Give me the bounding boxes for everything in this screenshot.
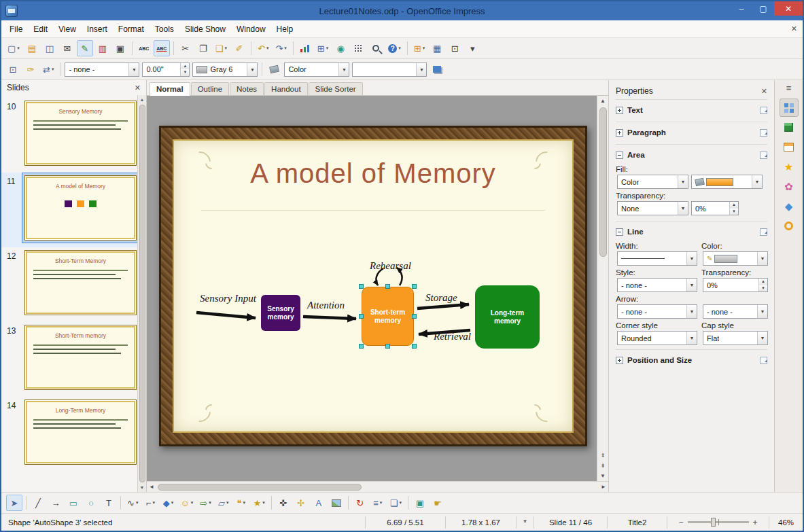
collapse-icon[interactable] <box>616 152 623 159</box>
scroll-down-icon[interactable]: ▼ <box>140 483 145 492</box>
curve-icon[interactable]: ∿ <box>124 495 141 511</box>
dialog-launcher-icon[interactable] <box>760 107 767 114</box>
menu-file[interactable]: File <box>4 22 28 37</box>
label-attention[interactable]: Attention <box>307 300 345 311</box>
stars-icon[interactable]: ★ <box>251 495 268 511</box>
line-color-select[interactable]: ✎ ▼ <box>703 251 768 266</box>
display-grid-icon[interactable] <box>350 40 366 56</box>
arrange-icon[interactable]: ❏ <box>387 495 404 511</box>
tab-slide-sorter[interactable]: Slide Sorter <box>309 82 363 95</box>
selection-handle[interactable] <box>359 314 364 319</box>
edit-points-icon[interactable]: ✜ <box>275 495 292 511</box>
zoom-percent[interactable]: 46% <box>769 516 803 529</box>
close-document-icon[interactable]: ✕ <box>791 24 797 33</box>
cap-style-select[interactable]: Flat ▼ <box>703 331 768 345</box>
line-style-select[interactable]: - none - ▼ <box>65 63 139 77</box>
arrow-start-select[interactable]: - none - ▼ <box>617 304 697 319</box>
area-fill-color-select[interactable]: ▼ <box>691 175 763 189</box>
slide-thumbnail[interactable]: Long-Term Memory <box>24 400 137 465</box>
section-line[interactable]: Line <box>616 224 767 239</box>
transparency-spinner[interactable]: 0% ▲▼ <box>691 201 739 215</box>
slide-thumbnail[interactable]: Short-Term memory <box>24 325 137 390</box>
sidebar-custom-animation-icon[interactable]: ★ <box>780 158 799 176</box>
tab-outline[interactable]: Outline <box>191 82 229 95</box>
menu-tools[interactable]: Tools <box>150 22 179 37</box>
slide-thumbnail[interactable]: Short-Term Memory <box>24 250 137 315</box>
glue-points-icon[interactable]: ✑ <box>22 61 39 77</box>
copy-icon[interactable]: ❐ <box>195 40 211 56</box>
text-icon[interactable]: T <box>101 495 117 511</box>
maximize-button[interactable]: ▢ <box>752 1 774 16</box>
export-pdf-icon[interactable]: ▥ <box>94 40 111 56</box>
slides-scrollbar[interactable]: ▲ ▼ <box>137 95 146 492</box>
label-rehearsal[interactable]: Rehearsal <box>370 260 411 272</box>
collapse-icon[interactable] <box>616 228 623 236</box>
interaction-icon[interactable]: ☛ <box>430 495 446 511</box>
email-icon[interactable]: ✉ <box>59 40 75 56</box>
sidebar-styles-icon[interactable]: ◆ <box>780 197 799 215</box>
slide-thumbnail[interactable]: Sensory Memory <box>24 101 137 166</box>
sidebar-menu-icon[interactable]: ≡ <box>786 82 792 97</box>
slide-design-icon[interactable]: ▦ <box>429 40 445 56</box>
sensory-memory-box[interactable]: Sensory memory <box>261 295 300 331</box>
ellipse-icon[interactable]: ○ <box>83 495 99 511</box>
hyperlink-icon[interactable]: ◉ <box>332 40 349 56</box>
tab-normal[interactable]: Normal <box>150 82 190 96</box>
selection-handle[interactable] <box>385 344 390 349</box>
clone-formatting-icon[interactable]: ✐ <box>231 40 247 56</box>
connector-icon[interactable]: ⌐ <box>142 495 158 511</box>
arrow-end-select[interactable]: - none - ▼ <box>703 304 768 319</box>
minimize-button[interactable]: – <box>731 1 752 16</box>
properties-close-icon[interactable]: ✕ <box>761 87 767 96</box>
selection-handle[interactable] <box>385 284 390 289</box>
expand-icon[interactable] <box>616 107 623 114</box>
edit-file-icon[interactable]: ✎ <box>77 40 93 56</box>
scrollbar-thumb[interactable] <box>599 107 607 257</box>
tab-handout[interactable]: Handout <box>264 82 307 95</box>
horizontal-scrollbar[interactable]: ◄ ► <box>147 481 608 492</box>
expand-icon[interactable] <box>616 129 623 137</box>
slides-panel-close-icon[interactable]: ✕ <box>135 84 141 92</box>
menu-view[interactable]: View <box>53 22 82 37</box>
zoom-in-icon[interactable]: + <box>753 518 758 527</box>
sidebar-gallery-icon[interactable] <box>780 118 799 137</box>
scroll-up-icon[interactable]: ▲ <box>140 95 145 104</box>
shadow-toggle-icon[interactable] <box>429 61 445 77</box>
open-icon[interactable]: ▤ <box>24 40 40 56</box>
arrow-style-icon[interactable]: ⇄ <box>40 61 56 77</box>
spelling-icon[interactable]: ABC <box>136 40 152 56</box>
edit-points-icon[interactable]: ⊡ <box>5 61 21 77</box>
toolbar-options-icon[interactable]: ▾ <box>464 40 480 56</box>
area-style-icon[interactable] <box>266 61 282 77</box>
rectangle-icon[interactable]: ▭ <box>65 495 82 511</box>
menu-help[interactable]: Help <box>271 22 299 37</box>
line-style-select[interactable]: - none - ▼ <box>617 278 697 292</box>
line-arrow-icon[interactable]: → <box>48 495 64 511</box>
cut-icon[interactable]: ✂ <box>177 40 194 56</box>
sidebar-slide-transition-icon[interactable]: ✿ <box>780 177 799 196</box>
scroll-left-icon[interactable]: ◄ <box>147 482 156 492</box>
zoom-out-icon[interactable]: − <box>678 518 683 527</box>
help-icon[interactable]: ? <box>385 40 404 56</box>
line-width-select[interactable]: ▼ <box>617 251 697 266</box>
from-file-icon[interactable] <box>328 495 345 511</box>
zoom-icon[interactable] <box>368 40 384 56</box>
sidebar-master-pages-icon[interactable] <box>780 138 799 156</box>
area-fill-type-select[interactable]: Color ▼ <box>617 175 688 189</box>
line-color-select[interactable]: Gray 6 ▼ <box>192 63 258 77</box>
print-icon[interactable]: ▣ <box>112 40 128 56</box>
section-area[interactable]: Area <box>616 147 767 162</box>
section-position-size[interactable]: Position and Size <box>616 353 767 368</box>
fill-type-select[interactable]: Color ▼ <box>284 63 349 77</box>
slide-show-icon[interactable]: ⊡ <box>447 40 463 56</box>
dialog-launcher-icon[interactable] <box>760 129 767 137</box>
vertical-scrollbar[interactable]: ▲ ⇞ ⇟ ▼ <box>597 96 608 481</box>
menu-window[interactable]: Window <box>231 22 271 37</box>
menu-edit[interactable]: Edit <box>28 22 53 37</box>
fontwork-icon[interactable]: A <box>311 495 327 511</box>
expand-icon[interactable] <box>616 357 623 364</box>
table-icon[interactable]: ⊞ <box>315 40 331 56</box>
autospellcheck-icon[interactable]: ABC <box>154 40 170 56</box>
selection-handle[interactable] <box>412 314 417 319</box>
selection-handle[interactable] <box>412 344 417 349</box>
